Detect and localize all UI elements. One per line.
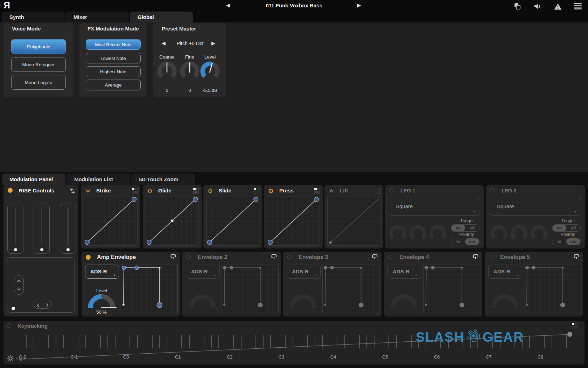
trigger-on-option[interactable]: on <box>552 225 566 231</box>
strike-routing-grid-icon[interactable] <box>132 188 138 193</box>
lfo1-polarity-toggle[interactable]: bi uni <box>451 238 479 245</box>
y-axis-stepper[interactable] <box>14 275 24 295</box>
polarity-uni-option[interactable]: uni <box>465 238 479 245</box>
rise-slider-2[interactable] <box>34 204 50 254</box>
move-arrows-icon[interactable] <box>69 188 76 196</box>
envelope5-level-gauge[interactable] <box>490 293 519 311</box>
pitch-octave-label[interactable]: Pitch +0 Oct <box>172 41 209 46</box>
gear-icon[interactable] <box>7 355 14 363</box>
lfo2-polarity-toggle[interactable]: bi uni <box>552 238 581 245</box>
fine-knob[interactable] <box>179 61 200 83</box>
envelope5-graph[interactable] <box>524 264 581 313</box>
lift-curve-graph[interactable] <box>327 196 380 246</box>
rise-active-indicator[interactable] <box>8 188 13 193</box>
xy-pad-handle[interactable] <box>12 307 15 310</box>
slide-curve-graph[interactable] <box>206 196 259 246</box>
trigger-on-option[interactable]: on <box>451 225 465 231</box>
press-routing-grid-icon[interactable] <box>314 188 320 193</box>
fx-average-button[interactable]: Average <box>86 80 141 90</box>
lfo2-waveform-dropdown[interactable]: Square ▼ <box>489 197 581 216</box>
envelope2-active-indicator[interactable] <box>187 255 191 259</box>
glide-routing-grid-icon[interactable] <box>193 188 199 193</box>
envelope2-mode-dropdown[interactable]: ADS-R ▼ <box>186 265 220 279</box>
envelope3-mode-dropdown[interactable]: ADS-R ▼ <box>287 265 321 279</box>
fx-lowest-note-button[interactable]: Lowest Note <box>86 53 141 63</box>
strike-curve-graph[interactable] <box>84 196 138 246</box>
glide-curve-graph[interactable] <box>146 196 199 246</box>
fine-knob-value: 0 <box>179 88 200 93</box>
voice-mode-mono-retrigger-button[interactable]: Mono Retrigger <box>11 57 66 72</box>
octave-label: C5 <box>378 354 392 360</box>
loop-icon[interactable] <box>573 254 580 261</box>
lfo1-knob-1[interactable] <box>388 224 408 245</box>
envelope3-active-indicator[interactable] <box>287 255 292 259</box>
lift-routing-grid-icon[interactable] <box>375 188 380 193</box>
envelope2-level-gauge[interactable] <box>188 293 217 311</box>
lfo2-trigger-toggle[interactable]: on off <box>552 224 581 232</box>
caret-down-icon[interactable]: ▼ <box>15 357 19 360</box>
envelope3-level-gauge[interactable] <box>288 293 318 311</box>
pitch-next-button[interactable]: ▶ <box>211 40 215 46</box>
press-curve-graph[interactable] <box>267 196 320 246</box>
polarity-bi-option[interactable]: bi <box>552 238 566 245</box>
voice-mode-mono-legato-button[interactable]: Mono Legato <box>11 75 66 90</box>
envelope3-mode-value: ADS-R <box>292 268 309 274</box>
trigger-off-option[interactable]: off <box>465 225 479 231</box>
fx-most-recent-note-button[interactable]: Most Recent Note <box>86 39 141 50</box>
envelope3-graph[interactable] <box>322 264 379 313</box>
lift-chevron-up-icon <box>329 188 334 195</box>
rise-slider-3[interactable] <box>60 204 76 254</box>
lfo1-knob-2[interactable] <box>408 224 428 245</box>
lfo1-active-indicator[interactable] <box>389 188 393 192</box>
preset-master-panel: Preset Master ◀ Pitch +0 Oct ▶ Coarse Fi… <box>153 23 226 97</box>
tab-mixer[interactable]: Mixer <box>66 12 129 22</box>
fx-highest-note-button[interactable]: Highest Note <box>86 66 141 77</box>
caret-down-icon: ▼ <box>574 210 577 213</box>
lfo1-trigger-toggle[interactable]: on off <box>451 224 479 232</box>
lfo1-waveform-dropdown[interactable]: Square ▼ <box>388 197 480 216</box>
tab-modulation-panel[interactable]: Modulation Panel <box>2 173 65 185</box>
preset-name[interactable]: 011 Funk Voxbox Bass <box>238 2 350 8</box>
coarse-knob[interactable] <box>156 61 177 83</box>
volume-icon[interactable] <box>533 2 542 12</box>
polarity-uni-option[interactable]: uni <box>566 238 580 245</box>
rise-xy-pad[interactable] <box>7 257 75 313</box>
rise-slider-1[interactable] <box>7 204 23 254</box>
voice-mode-polyphonic-button[interactable]: Polyphonic <box>11 39 66 54</box>
lfo2-active-indicator[interactable] <box>490 188 495 192</box>
warning-icon[interactable] <box>554 3 562 12</box>
amp-envelope-active-indicator[interactable] <box>86 255 91 260</box>
trigger-off-option[interactable]: off <box>566 225 580 231</box>
tab-global[interactable]: Global <box>130 12 193 22</box>
loop-icon[interactable] <box>271 254 277 261</box>
amp-envelope-mode-dropdown[interactable]: ADS-R ▼ <box>85 265 119 279</box>
envelope4-level-gauge[interactable] <box>389 293 419 311</box>
menu-icon[interactable] <box>574 3 582 11</box>
envelope5-active-indicator[interactable] <box>489 255 493 259</box>
slide-routing-grid-icon[interactable] <box>254 188 259 193</box>
tab-5d-touch-zoom[interactable]: 5D Touch Zoom <box>131 173 195 185</box>
envelope4-mode-dropdown[interactable]: ADS-R ▼ <box>387 265 421 279</box>
envelope5-mode-dropdown[interactable]: ADS-R ▼ <box>488 265 522 279</box>
x-axis-stepper[interactable] <box>34 300 52 309</box>
lfo2-knob-2[interactable] <box>509 224 529 245</box>
preset-next-button[interactable]: ▶ <box>357 2 361 8</box>
loop-icon[interactable] <box>372 254 378 261</box>
level-knob[interactable] <box>200 61 220 83</box>
preset-prev-button[interactable]: ◀ <box>226 2 230 8</box>
keytracking-tick <box>315 335 315 348</box>
envelope4-graph[interactable] <box>423 264 480 313</box>
envelope2-graph[interactable] <box>222 264 279 313</box>
duplicate-icon[interactable] <box>513 2 521 12</box>
polarity-bi-option[interactable]: bi <box>451 238 465 245</box>
loop-icon[interactable] <box>170 254 176 261</box>
chevron-right-icon <box>46 302 49 309</box>
strike-chevron-down-icon <box>85 188 91 195</box>
envelope4-active-indicator[interactable] <box>388 255 392 259</box>
tab-modulation-list[interactable]: Modulation List <box>66 173 130 185</box>
lfo2-knob-1[interactable] <box>489 224 509 245</box>
tab-synth[interactable]: Synth <box>2 12 65 22</box>
pitch-prev-button[interactable]: ◀ <box>162 40 166 46</box>
loop-icon[interactable] <box>472 254 479 261</box>
amp-envelope-graph[interactable] <box>121 264 178 313</box>
